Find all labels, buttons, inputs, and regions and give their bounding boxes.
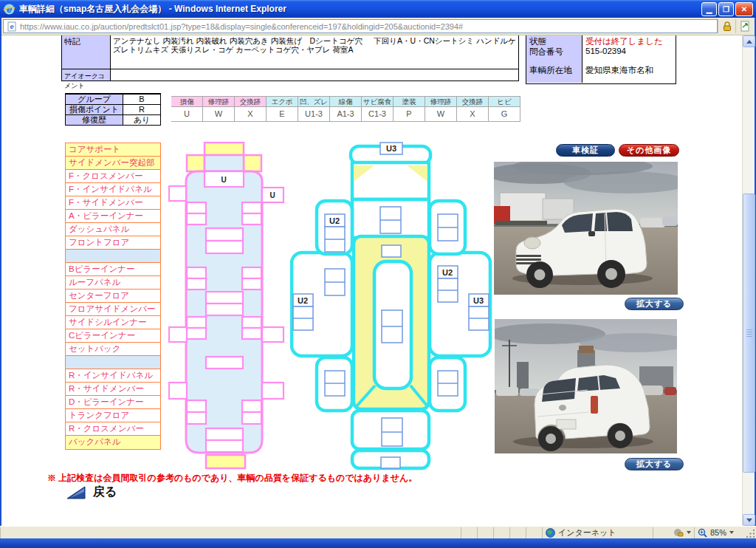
legend-header: 修理跡	[203, 96, 234, 107]
close-button[interactable]: ✕	[735, 2, 753, 16]
parts-list-item[interactable]: セットバック	[66, 343, 160, 356]
parts-list-item[interactable]: R・インサイドパネル	[66, 369, 160, 383]
parts-list-item[interactable]: F・インサイドパネル	[66, 183, 160, 196]
legend-column: 修理跡 W	[425, 96, 457, 122]
parts-list-item[interactable]: R・サイドメンバー	[66, 383, 160, 396]
underbody-label-side: U	[269, 191, 275, 199]
legend-value: A1-3	[330, 107, 361, 122]
legend-value: U	[171, 107, 202, 122]
body-label-quarter-right: U3	[473, 296, 484, 305]
scroll-up-button[interactable]	[743, 35, 755, 47]
group-row-value: あり	[123, 115, 160, 125]
legend-header: サビ腐食	[362, 96, 393, 107]
parts-list-item[interactable]: バックパネル	[66, 436, 160, 449]
group-row-value: R	[123, 105, 160, 114]
protected-mode-pane[interactable]	[653, 527, 694, 538]
body-label-sill-left: U2	[298, 296, 308, 305]
parts-list-item[interactable]: F・サイドメンバー	[66, 196, 160, 210]
inquiry-number-label: 問合番号	[526, 46, 583, 64]
auction-comment-content	[111, 69, 518, 81]
legend-header: 交換跡	[457, 96, 488, 107]
parts-list-item[interactable]	[66, 356, 160, 369]
status-message-pane	[0, 527, 461, 538]
scrollbar-thumb[interactable]	[743, 193, 755, 473]
special-notes-label: 特記	[62, 35, 111, 69]
vehicle-photo-rear	[495, 319, 677, 453]
zoom-pane[interactable]: 85%	[694, 527, 746, 538]
special-notes-table: 特記 アンテナなし 内装汚れ 内装破れ 内装穴あき 内装焦げ Dシートコゲ穴 下…	[61, 35, 519, 81]
resize-grip[interactable]	[746, 527, 756, 538]
legend-value: W	[425, 107, 456, 122]
parts-list-item[interactable]: Bピラーインナー	[66, 263, 160, 276]
legend-header: 修理跡	[425, 96, 456, 107]
special-notes-line2: ズレトリムキズ 天張りスレ・コゲ カーペットコゲ穴・ヤブレ 荷室A	[113, 45, 516, 54]
padlock-icon	[722, 21, 732, 32]
legend-column: 交換跡 X	[457, 96, 489, 122]
legend-column: エクボ E	[267, 96, 298, 122]
vehicle-location-label: 車輌所在地	[526, 64, 583, 83]
parts-list-item[interactable]: F・クロスメンバー	[66, 170, 160, 183]
legend-value: G	[489, 107, 520, 122]
damage-legend-table: 損傷 U 修理跡 W 交換跡 X エクボ E 凹、ズレ U1-3 線傷 A1-3…	[171, 96, 521, 122]
body-damage-diagram: U3 U2 U2 U2 U3	[290, 142, 501, 470]
back-button[interactable]: 戻る	[66, 484, 117, 500]
scroll-down-button[interactable]	[743, 514, 755, 526]
parts-list-item[interactable]: A・ピラーインナー	[66, 210, 160, 223]
parts-list-item[interactable]: コアサポート	[66, 143, 160, 157]
legend-value: X	[457, 107, 488, 122]
vertical-scrollbar[interactable]	[742, 35, 755, 526]
body-label-door-right: U2	[442, 268, 453, 277]
security-lock-button[interactable]	[718, 19, 735, 33]
inspection-certificate-button[interactable]: 車検証	[556, 144, 615, 157]
address-input[interactable]: e https://www.iauc.co.jp/auction/predtsl…	[3, 19, 718, 33]
group-row-label: 修復歴	[66, 115, 123, 125]
parts-list-item[interactable]: ダッシュパネル	[66, 223, 160, 236]
underbody-damage-diagram: U U	[168, 142, 290, 470]
enlarge-photo-rear-button[interactable]: 拡大する	[625, 458, 684, 470]
zoom-dropdown-caret	[729, 531, 734, 534]
address-bar: e https://www.iauc.co.jp/auction/predtsl…	[0, 18, 756, 35]
body-label-fender-left: U2	[329, 216, 340, 225]
enlarge-photo-front-button[interactable]: 拡大する	[625, 298, 684, 310]
parts-list-item[interactable]	[66, 250, 160, 263]
special-notes-content: アンテナなし 内装汚れ 内装破れ 内装穴あき 内装焦げ Dシートコゲ穴 下回りA…	[111, 35, 518, 69]
other-images-button[interactable]: その他画像	[619, 144, 679, 157]
minimize-button[interactable]: ▁	[701, 2, 717, 16]
inquiry-number-value: 515-02394	[583, 46, 676, 64]
parts-list-item[interactable]: センターフロア	[66, 290, 160, 303]
legend-header: 線傷	[330, 96, 361, 107]
group-table-row: 損傷ポイント R	[66, 104, 160, 114]
internet-zone-pane: インターネット	[542, 527, 653, 538]
page-action-button[interactable]	[735, 19, 753, 33]
back-arrow-icon	[66, 486, 86, 499]
parts-list-item[interactable]: Cピラーインナー	[66, 329, 160, 343]
svg-text:e: e	[7, 4, 12, 15]
legend-column: ヒビ G	[489, 96, 520, 122]
window-title: 車輌詳細（smap名古屋入札会会場） - Windows Internet Ex…	[19, 3, 701, 16]
legend-header: 交換跡	[235, 96, 266, 107]
parts-list-item[interactable]: R・クロスメンバー	[66, 422, 160, 436]
vehicle-photo-front	[494, 162, 678, 295]
internet-zone-label: インターネット	[558, 527, 616, 538]
parts-list-item[interactable]: サイドシルインナー	[66, 316, 160, 329]
parts-list-item[interactable]: ルーフパネル	[66, 276, 160, 290]
vehicle-status-table: 状態 受付は終了しました 問合番号 515-02394 車輌所在地 愛知県東海市…	[526, 35, 676, 84]
group-row-label: 損傷ポイント	[66, 105, 123, 114]
legend-column: 交換跡 X	[235, 96, 267, 122]
svg-text:e: e	[10, 23, 13, 30]
auction-comment-label: アイオークコメント	[62, 69, 111, 81]
parts-list-item[interactable]: サイドメンバー突起部	[66, 157, 160, 170]
body-label-top: U3	[386, 144, 396, 153]
legend-value: C1-3	[362, 107, 393, 122]
restore-button[interactable]: ❐	[718, 2, 734, 16]
legend-value: E	[267, 107, 298, 122]
parts-list-item[interactable]: フロントフロア	[66, 236, 160, 250]
title-bar: e 車輌詳細（smap名古屋入札会会場） - Windows Internet …	[0, 0, 756, 18]
parts-list-item[interactable]: D・ピラーインナー	[66, 396, 160, 409]
parts-list-item[interactable]: フロアサイドメンバー	[66, 303, 160, 316]
underbody-highlight-bottom	[206, 455, 245, 468]
legend-column: 凹、ズレ U1-3	[298, 96, 330, 122]
parts-list-item[interactable]: トランクフロア	[66, 409, 160, 422]
legend-header: ヒビ	[489, 96, 520, 107]
security-globe-icon	[673, 528, 684, 538]
